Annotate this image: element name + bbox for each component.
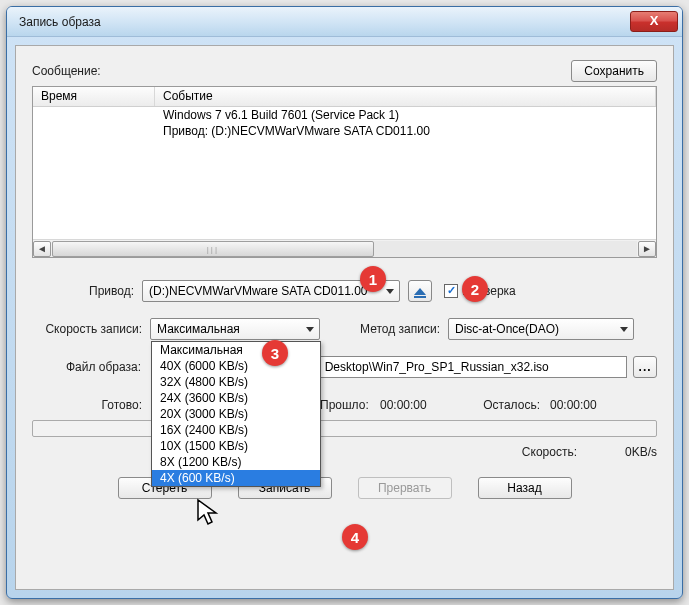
browse-button[interactable]: ...: [633, 356, 657, 378]
write-speed-value: Максимальная: [157, 322, 240, 336]
image-file-label: Файл образа:: [32, 360, 149, 374]
remaining-value: 00:00:00: [550, 398, 597, 412]
bottom-button-bar: Стереть Записать Прервать Назад: [32, 477, 657, 499]
ready-label: Готово:: [32, 398, 150, 412]
titlebar: Запись образа X: [7, 7, 682, 37]
log-header: Время Событие: [33, 87, 656, 107]
log-cell-time: [33, 107, 155, 123]
speed-option[interactable]: 16X (2400 KB/s): [152, 422, 320, 438]
abort-button: Прервать: [358, 477, 452, 499]
speed-option[interactable]: 32X (4800 KB/s): [152, 374, 320, 390]
write-method-combo[interactable]: Disc-at-Once(DAO): [448, 318, 634, 340]
elapsed-value: 00:00:00: [380, 398, 470, 412]
log-cell-event: Windows 7 v6.1 Build 7601 (Service Pack …: [155, 107, 656, 123]
close-button[interactable]: X: [630, 11, 678, 32]
speed-option[interactable]: 10X (1500 KB/s): [152, 438, 320, 454]
drive-label: Привод:: [32, 284, 142, 298]
window-title: Запись образа: [19, 15, 630, 29]
image-file-value: Desktop\Win7_Pro_SP1_Russian_x32.iso: [325, 360, 549, 374]
write-speed-combo[interactable]: Максимальная: [150, 318, 320, 340]
annotation-marker-3: 3: [262, 340, 288, 366]
log-cell-time: [33, 123, 155, 139]
rate-label: Скорость:: [522, 445, 597, 459]
annotation-marker-4: 4: [342, 524, 368, 550]
remaining-label: Осталось:: [470, 398, 550, 412]
progress-bar: [32, 420, 657, 437]
scroll-left-arrow-icon[interactable]: ◄: [33, 241, 51, 257]
scroll-track[interactable]: [52, 241, 637, 257]
col-time[interactable]: Время: [33, 87, 155, 106]
log-listview[interactable]: Время Событие Windows 7 v6.1 Build 7601 …: [32, 86, 657, 258]
message-label: Сообщение:: [32, 64, 101, 78]
scroll-right-arrow-icon[interactable]: ►: [638, 241, 656, 257]
back-button[interactable]: Назад: [478, 477, 572, 499]
eject-icon: [414, 288, 426, 295]
eject-button[interactable]: [408, 280, 432, 302]
speed-option[interactable]: 4X (600 KB/s): [152, 470, 320, 486]
scroll-thumb[interactable]: [52, 241, 374, 257]
log-body: Windows 7 v6.1 Build 7601 (Service Pack …: [33, 107, 656, 239]
write-method-label: Метод записи:: [340, 322, 448, 336]
write-method-value: Disc-at-Once(DAO): [455, 322, 559, 336]
col-event[interactable]: Событие: [155, 87, 656, 106]
client-area: Сообщение: Сохранить Время Событие Windo…: [15, 45, 674, 590]
burn-image-window: Запись образа X Сообщение: Сохранить Вре…: [6, 6, 683, 599]
drive-value: (D:)NECVMWarVMware SATA CD011.00: [149, 284, 368, 298]
save-button[interactable]: Сохранить: [571, 60, 657, 82]
image-file-textbox[interactable]: Desktop\Win7_Pro_SP1_Russian_x32.iso: [318, 356, 628, 378]
speed-option[interactable]: 8X (1200 KB/s): [152, 454, 320, 470]
elapsed-label: Прошло:: [320, 398, 380, 412]
speed-option[interactable]: 24X (3600 KB/s): [152, 390, 320, 406]
write-speed-dropdown-list[interactable]: Максимальная40X (6000 KB/s)32X (4800 KB/…: [151, 341, 321, 487]
rate-value: 0KB/s: [597, 445, 657, 459]
speed-option[interactable]: 20X (3000 KB/s): [152, 406, 320, 422]
annotation-marker-1: 1: [360, 266, 386, 292]
log-row[interactable]: Windows 7 v6.1 Build 7601 (Service Pack …: [33, 107, 656, 123]
log-row[interactable]: Привод: (D:)NECVMWarVMware SATA CD011.00: [33, 123, 656, 139]
log-cell-event: Привод: (D:)NECVMWarVMware SATA CD011.00: [155, 123, 656, 139]
verify-checkbox[interactable]: [444, 284, 458, 298]
write-speed-label: Скорость записи:: [32, 322, 150, 336]
annotation-marker-2: 2: [462, 276, 488, 302]
speed-option[interactable]: 40X (6000 KB/s): [152, 358, 320, 374]
horizontal-scrollbar[interactable]: ◄ ►: [33, 239, 656, 257]
speed-option[interactable]: Максимальная: [152, 342, 320, 358]
